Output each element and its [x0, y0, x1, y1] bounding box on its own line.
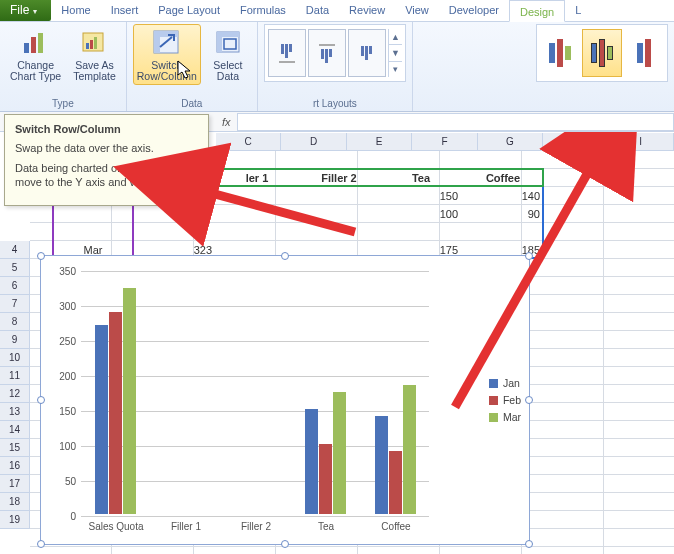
- tab-page-layout[interactable]: Page Layout: [148, 0, 230, 21]
- tab-data[interactable]: Data: [296, 0, 339, 21]
- col-header[interactable]: D: [281, 133, 346, 151]
- gallery-scroll[interactable]: ▲▼▾: [388, 29, 402, 77]
- button-label: Save As Template: [73, 60, 116, 82]
- y-axis: 050100150200250300350: [41, 271, 79, 514]
- row-header[interactable]: 12: [0, 385, 30, 403]
- row-header[interactable]: 9: [0, 331, 30, 349]
- row-header[interactable]: 10: [0, 349, 30, 367]
- save-as-template-button[interactable]: Save As Template: [69, 24, 120, 85]
- tab-cut[interactable]: L: [565, 0, 591, 21]
- button-label: Change Chart Type: [10, 60, 61, 82]
- col-header[interactable]: E: [347, 133, 412, 151]
- tab-review[interactable]: Review: [339, 0, 395, 21]
- row-header[interactable]: 4: [0, 241, 30, 259]
- row-header[interactable]: 6: [0, 277, 30, 295]
- tooltip-text: Data being charted on the X axis will mo…: [15, 161, 198, 189]
- tab-insert[interactable]: Insert: [101, 0, 149, 21]
- col-header[interactable]: H: [543, 133, 608, 151]
- tooltip-title: Switch Row/Column: [15, 123, 198, 135]
- row-headers: 4 5 6 7 8 9 10 11 12 13 14 15 16 17 18 1…: [0, 241, 30, 529]
- svg-rect-12: [217, 32, 222, 52]
- svg-rect-5: [90, 40, 93, 49]
- style-thumb[interactable]: [540, 29, 580, 77]
- tab-file[interactable]: File: [0, 0, 51, 21]
- switch-row-column-button[interactable]: Switch Row/Column: [133, 24, 201, 85]
- svg-rect-1: [31, 37, 36, 53]
- svg-rect-6: [94, 37, 97, 49]
- legend: JanFebMar: [489, 372, 521, 428]
- formula-input[interactable]: [237, 113, 674, 131]
- row-header[interactable]: 5: [0, 259, 30, 277]
- group-chart-layouts: ▲▼▾ rt Layouts: [258, 22, 413, 111]
- row-header[interactable]: 11: [0, 367, 30, 385]
- row-header[interactable]: 7: [0, 295, 30, 313]
- group-label: [601, 98, 604, 110]
- svg-rect-2: [38, 33, 43, 53]
- cell[interactable]: Coffee: [462, 169, 544, 187]
- tab-formulas[interactable]: Formulas: [230, 0, 296, 21]
- tab-view[interactable]: View: [395, 0, 439, 21]
- row-header[interactable]: 15: [0, 439, 30, 457]
- svg-rect-9: [154, 31, 160, 53]
- row-header[interactable]: 16: [0, 457, 30, 475]
- chart-icon: [20, 27, 52, 59]
- cell[interactable]: 140: [462, 187, 544, 205]
- change-chart-type-button[interactable]: Change Chart Type: [6, 24, 65, 85]
- ribbon: Change Chart Type Save As Template Type …: [0, 22, 674, 112]
- group-type: Change Chart Type Save As Template Type: [0, 22, 127, 111]
- col-header[interactable]: G: [478, 133, 543, 151]
- group-chart-styles: [530, 22, 674, 111]
- layout-thumb[interactable]: [308, 29, 346, 77]
- row-header[interactable]: 14: [0, 421, 30, 439]
- row-header[interactable]: 8: [0, 313, 30, 331]
- col-header[interactable]: F: [412, 133, 477, 151]
- tooltip: Switch Row/Column Swap the data over the…: [4, 114, 209, 206]
- cell[interactable]: 90: [462, 205, 544, 223]
- chart-styles-gallery[interactable]: [536, 24, 668, 82]
- tab-developer[interactable]: Developer: [439, 0, 509, 21]
- row-header[interactable]: 19: [0, 511, 30, 529]
- group-data: Switch Row/Column Select Data Data: [127, 22, 258, 111]
- row-header[interactable]: 17: [0, 475, 30, 493]
- tooltip-text: Swap the data over the axis.: [15, 141, 198, 155]
- row-header[interactable]: 18: [0, 493, 30, 511]
- cell[interactable]: Filler 2: [298, 169, 380, 187]
- template-icon: [78, 27, 110, 59]
- button-label: Switch Row/Column: [137, 60, 197, 82]
- embedded-chart[interactable]: 050100150200250300350 JanFebMar Sales Qu…: [40, 255, 530, 545]
- select-data-button[interactable]: Select Data: [205, 24, 251, 85]
- cell[interactable]: Tea: [380, 169, 462, 187]
- group-label: Data: [181, 98, 202, 110]
- row-header[interactable]: 13: [0, 403, 30, 421]
- col-header[interactable]: I: [609, 133, 674, 151]
- svg-rect-4: [86, 43, 89, 49]
- svg-rect-0: [24, 43, 29, 53]
- group-label: rt Layouts: [313, 98, 357, 110]
- cell[interactable]: 150: [380, 187, 462, 205]
- style-thumb[interactable]: [582, 29, 622, 77]
- col-header[interactable]: C: [216, 133, 281, 151]
- group-label: Type: [52, 98, 74, 110]
- cell[interactable]: ler 1: [216, 169, 298, 187]
- switch-icon: [151, 27, 183, 59]
- layout-thumb[interactable]: [348, 29, 386, 77]
- cell[interactable]: 100: [380, 205, 462, 223]
- fx-label: fx: [216, 116, 237, 128]
- style-thumb[interactable]: [624, 29, 664, 77]
- plot-area: [81, 271, 429, 514]
- tab-home[interactable]: Home: [51, 0, 100, 21]
- ribbon-tabs: File Home Insert Page Layout Formulas Da…: [0, 0, 674, 22]
- tab-design[interactable]: Design: [509, 0, 565, 22]
- select-data-icon: [212, 27, 244, 59]
- chart-layouts-gallery[interactable]: ▲▼▾: [264, 24, 406, 82]
- layout-thumb[interactable]: [268, 29, 306, 77]
- column-headers: C D E F G H I: [216, 133, 674, 151]
- button-label: Select Data: [213, 60, 242, 82]
